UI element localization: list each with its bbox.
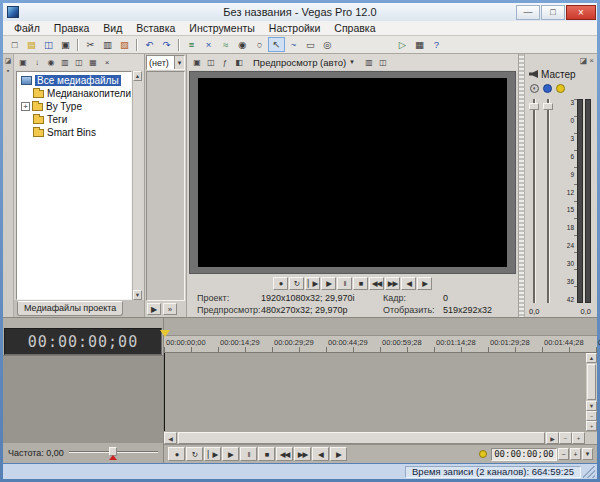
horizontal-scrollbar[interactable]: ◀ ▶ − + [164, 431, 597, 444]
timeline-play-from-start-button[interactable]: ▏▶ [204, 447, 221, 461]
scroll-down-icon[interactable]: ▼ [133, 290, 142, 300]
stop-button[interactable]: ■ [353, 277, 368, 290]
project-video-properties-icon[interactable]: ▣ [190, 56, 204, 69]
timeline-loop-button[interactable]: ↻ [186, 447, 203, 461]
go-to-start-button[interactable]: ◀◀ [369, 277, 384, 290]
split-screen-view-icon[interactable]: ◧ [232, 56, 246, 69]
fader-handle[interactable] [543, 103, 553, 110]
more-presets-button[interactable]: » [163, 303, 177, 315]
media-properties-icon[interactable]: ▦ [86, 56, 100, 69]
next-frame-button[interactable]: ▶ [417, 277, 432, 290]
menu-tools[interactable]: Инструменты [182, 21, 261, 35]
track-area[interactable] [164, 353, 585, 431]
vscroll-thumb[interactable] [587, 364, 596, 400]
zoom-out-time-icon[interactable]: − [559, 432, 572, 444]
menu-view[interactable]: Вид [96, 21, 129, 35]
dock-pin-icon[interactable]: ◪ [5, 57, 12, 64]
solo-icon[interactable] [556, 84, 565, 93]
fader-right[interactable] [543, 97, 553, 305]
ignore-grouping-icon[interactable]: ○ [251, 37, 268, 52]
auto-crossfade-icon[interactable]: × [200, 37, 217, 52]
auto-hide-pin-icon[interactable]: ◪ [580, 56, 588, 65]
timeline-pause-button[interactable]: ‖ [240, 447, 257, 461]
dock-grip-icon[interactable]: ▪ [7, 67, 9, 74]
mute-icon[interactable] [543, 84, 552, 93]
tree-scrollbar[interactable]: ▲ ▼ [132, 71, 142, 300]
paste-icon[interactable]: ▨ [116, 37, 133, 52]
menu-options[interactable]: Настройки [262, 21, 328, 35]
zoom-in-time-icon[interactable]: + [572, 432, 585, 444]
preset-combo[interactable]: (нет) ▾ [146, 55, 185, 70]
preview-quality-dropdown[interactable]: Предпросмотр (авто) ▼ [250, 55, 358, 69]
selection-edit-tool-icon[interactable]: ▭ [302, 37, 319, 52]
interactive-tutorials-icon[interactable]: ▷ [394, 37, 411, 52]
vertical-scrollbar[interactable]: ▲ ▼ − + [585, 353, 597, 431]
combo-arrow-icon[interactable]: ▾ [174, 56, 184, 69]
undo-icon[interactable]: ↶ [141, 37, 158, 52]
zoom-out-track-icon[interactable]: − [586, 411, 597, 421]
open-icon[interactable]: ▤ [23, 37, 40, 52]
rate-slider[interactable] [69, 447, 158, 459]
lock-envelopes-icon[interactable]: ◉ [234, 37, 251, 52]
envelope-edit-tool-icon[interactable]: ~ [285, 37, 302, 52]
menu-edit[interactable]: Правка [47, 21, 96, 35]
tree-item-media-bins[interactable]: Медианакопители [17, 87, 131, 100]
scroll-down-icon[interactable]: ▼ [586, 401, 597, 411]
new-bin-icon[interactable]: ▣ [16, 56, 30, 69]
normal-edit-tool-icon[interactable]: ↖ [268, 37, 285, 52]
timeline-record-button[interactable]: ● [168, 447, 185, 461]
zoom-edit-tool-icon[interactable]: ◎ [319, 37, 336, 52]
menu-help[interactable]: Справка [327, 21, 382, 35]
timeline-previous-frame-button[interactable]: ◀ [312, 447, 329, 461]
video-output-fx-icon[interactable]: ƒ [218, 56, 232, 69]
timeline-timecode[interactable]: 00:00:00;00 [4, 328, 162, 355]
capture-video-icon[interactable]: ◉ [44, 56, 58, 69]
redo-icon[interactable]: ↷ [158, 37, 175, 52]
scroll-trough[interactable] [133, 81, 142, 290]
hscroll-thumb[interactable] [178, 432, 545, 444]
tab-project-media[interactable]: Медиафайлы проекта [17, 301, 123, 316]
menu-file[interactable]: Файл [7, 21, 47, 35]
tree-item-smart-bins[interactable]: Smart Bins [17, 126, 131, 139]
timeline-go-to-end-button[interactable]: ▶▶ [294, 447, 311, 461]
time-ruler[interactable]: 00:00:00;00 00:00:14;29 00:00:29;29 00:0… [164, 336, 597, 353]
mixer-console-icon[interactable]: ▦ [411, 37, 428, 52]
extract-audio-icon[interactable]: ◫ [72, 56, 86, 69]
copy-icon[interactable]: ▥ [99, 37, 116, 52]
scroll-right-icon[interactable]: ▶ [546, 432, 559, 444]
close-button[interactable]: × [566, 5, 596, 20]
scroll-up-icon[interactable]: ▲ [133, 71, 142, 81]
play-button[interactable]: ▶ [321, 277, 336, 290]
cursor-timecode-input[interactable]: 00:00:00;00 [491, 448, 557, 461]
maximize-button[interactable]: □ [541, 5, 565, 20]
remove-media-icon[interactable]: × [100, 56, 114, 69]
save-icon[interactable]: ◫ [40, 37, 57, 52]
auto-ripple-icon[interactable]: ≈ [217, 37, 234, 52]
project-properties-icon[interactable]: ▣ [57, 37, 74, 52]
play-from-start-button[interactable]: ▏▶ [305, 277, 320, 290]
timeline-stop-button[interactable]: ■ [258, 447, 275, 461]
copy-snapshot-icon[interactable]: ▥ [362, 56, 376, 69]
external-monitor-icon[interactable]: ◫ [204, 56, 218, 69]
save-snapshot-icon[interactable]: ◫ [376, 56, 390, 69]
resize-grip[interactable] [583, 466, 595, 478]
record-button[interactable]: ● [273, 277, 288, 290]
marker-bar[interactable] [164, 318, 597, 336]
pause-button[interactable]: ‖ [337, 277, 352, 290]
cut-icon[interactable]: ✂ [82, 37, 99, 52]
new-project-icon[interactable]: □ [6, 37, 23, 52]
fader-left[interactable] [529, 97, 539, 305]
timecode-decrement-icon[interactable]: − [558, 448, 569, 460]
track-list[interactable] [3, 355, 163, 443]
expander-icon[interactable]: + [21, 102, 30, 111]
timecode-increment-icon[interactable]: + [570, 448, 581, 460]
scroll-up-icon[interactable]: ▲ [586, 353, 597, 363]
fader-handle[interactable] [529, 103, 539, 110]
menu-insert[interactable]: Вставка [129, 21, 182, 35]
enable-snapping-icon[interactable]: ≡ [183, 37, 200, 52]
tree-item-all-media[interactable]: Все медиафайлы [17, 74, 131, 87]
downmix-output-icon[interactable]: ◐ [530, 84, 539, 93]
timeline-play-button[interactable]: ▶ [222, 447, 239, 461]
play-preset-button[interactable]: ▶ [147, 303, 161, 315]
close-panel-icon[interactable]: × [589, 56, 594, 65]
